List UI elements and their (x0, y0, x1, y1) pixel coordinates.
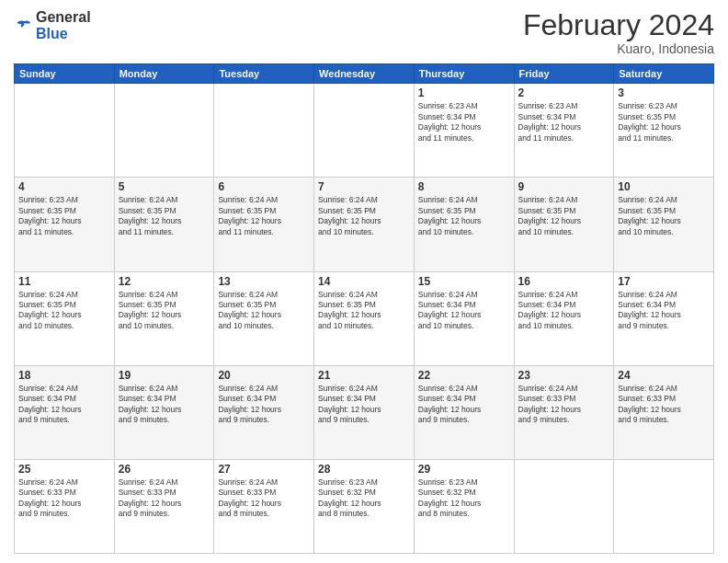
weekday-header-thursday: Thursday (414, 64, 514, 84)
header: General Blue February 2024 Kuaro, Indone… (14, 9, 714, 56)
calendar-cell: 6Sunrise: 6:24 AM Sunset: 6:35 PM Daylig… (214, 178, 314, 271)
day-number: 29 (418, 463, 510, 476)
day-info: Sunrise: 6:24 AM Sunset: 6:34 PM Dayligh… (418, 384, 510, 426)
day-number: 22 (418, 369, 510, 382)
calendar-cell: 17Sunrise: 6:24 AM Sunset: 6:34 PM Dayli… (614, 271, 714, 365)
calendar-cell: 4Sunrise: 6:23 AM Sunset: 6:35 PM Daylig… (15, 178, 115, 271)
day-info: Sunrise: 6:24 AM Sunset: 6:35 PM Dayligh… (18, 290, 110, 332)
calendar-cell (514, 459, 614, 553)
calendar-header-row: SundayMondayTuesdayWednesdayThursdayFrid… (15, 64, 714, 84)
day-number: 25 (18, 463, 110, 476)
calendar-week-1: 1Sunrise: 6:23 AM Sunset: 6:34 PM Daylig… (15, 84, 714, 178)
calendar-cell: 22Sunrise: 6:24 AM Sunset: 6:34 PM Dayli… (414, 365, 514, 459)
calendar-cell (15, 84, 115, 178)
calendar-week-3: 11Sunrise: 6:24 AM Sunset: 6:35 PM Dayli… (15, 271, 714, 365)
weekday-header-friday: Friday (514, 64, 614, 84)
day-number: 8 (418, 180, 510, 193)
calendar-cell: 7Sunrise: 6:24 AM Sunset: 6:35 PM Daylig… (314, 178, 415, 271)
calendar-cell: 18Sunrise: 6:24 AM Sunset: 6:34 PM Dayli… (15, 365, 115, 459)
day-number: 2 (518, 86, 610, 99)
day-number: 24 (618, 369, 710, 382)
calendar-cell: 5Sunrise: 6:24 AM Sunset: 6:35 PM Daylig… (114, 178, 214, 271)
calendar-cell: 19Sunrise: 6:24 AM Sunset: 6:34 PM Dayli… (114, 365, 214, 459)
subtitle: Kuaro, Indonesia (523, 41, 714, 56)
title-block: February 2024 Kuaro, Indonesia (523, 9, 714, 56)
calendar-cell: 26Sunrise: 6:24 AM Sunset: 6:33 PM Dayli… (114, 459, 214, 553)
logo-blue: Blue (36, 26, 91, 42)
calendar-cell: 11Sunrise: 6:24 AM Sunset: 6:35 PM Dayli… (15, 271, 115, 365)
day-info: Sunrise: 6:23 AM Sunset: 6:34 PM Dayligh… (518, 101, 610, 144)
day-info: Sunrise: 6:23 AM Sunset: 6:34 PM Dayligh… (418, 101, 510, 144)
day-info: Sunrise: 6:24 AM Sunset: 6:35 PM Dayligh… (318, 195, 410, 237)
day-info: Sunrise: 6:24 AM Sunset: 6:34 PM Dayligh… (418, 290, 510, 332)
day-number: 26 (119, 463, 210, 476)
main-title: February 2024 (523, 9, 714, 41)
calendar-cell: 27Sunrise: 6:24 AM Sunset: 6:33 PM Dayli… (214, 459, 314, 553)
day-number: 4 (18, 180, 110, 193)
day-number: 7 (318, 180, 410, 193)
calendar-cell: 16Sunrise: 6:24 AM Sunset: 6:34 PM Dayli… (514, 271, 614, 365)
day-info: Sunrise: 6:23 AM Sunset: 6:35 PM Dayligh… (618, 101, 710, 144)
calendar-cell: 23Sunrise: 6:24 AM Sunset: 6:33 PM Dayli… (514, 365, 614, 459)
day-info: Sunrise: 6:24 AM Sunset: 6:33 PM Dayligh… (18, 477, 110, 520)
day-info: Sunrise: 6:23 AM Sunset: 6:32 PM Dayligh… (318, 477, 410, 520)
logo-bird-icon (14, 17, 32, 35)
calendar-cell: 3Sunrise: 6:23 AM Sunset: 6:35 PM Daylig… (614, 84, 714, 178)
calendar-cell: 15Sunrise: 6:24 AM Sunset: 6:34 PM Dayli… (414, 271, 514, 365)
day-info: Sunrise: 6:24 AM Sunset: 6:35 PM Dayligh… (119, 290, 210, 332)
day-number: 15 (418, 275, 510, 288)
calendar-cell: 24Sunrise: 6:24 AM Sunset: 6:33 PM Dayli… (614, 365, 714, 459)
day-number: 12 (119, 275, 210, 288)
calendar-cell (114, 84, 214, 178)
weekday-header-tuesday: Tuesday (214, 64, 314, 84)
day-info: Sunrise: 6:24 AM Sunset: 6:35 PM Dayligh… (218, 195, 310, 237)
day-info: Sunrise: 6:24 AM Sunset: 6:34 PM Dayligh… (218, 384, 310, 426)
calendar-cell: 12Sunrise: 6:24 AM Sunset: 6:35 PM Dayli… (114, 271, 214, 365)
day-number: 6 (218, 180, 310, 193)
day-info: Sunrise: 6:24 AM Sunset: 6:34 PM Dayligh… (18, 384, 110, 426)
day-number: 19 (119, 369, 210, 382)
logo-general: General (36, 9, 91, 26)
calendar-cell: 28Sunrise: 6:23 AM Sunset: 6:32 PM Dayli… (314, 459, 415, 553)
weekday-header-saturday: Saturday (614, 64, 714, 84)
day-info: Sunrise: 6:23 AM Sunset: 6:32 PM Dayligh… (418, 477, 510, 520)
day-info: Sunrise: 6:24 AM Sunset: 6:35 PM Dayligh… (119, 195, 210, 237)
day-number: 10 (618, 180, 710, 193)
weekday-header-sunday: Sunday (15, 64, 115, 84)
day-number: 13 (218, 275, 310, 288)
day-number: 20 (218, 369, 310, 382)
calendar-cell: 20Sunrise: 6:24 AM Sunset: 6:34 PM Dayli… (214, 365, 314, 459)
day-info: Sunrise: 6:24 AM Sunset: 6:33 PM Dayligh… (218, 477, 310, 520)
day-number: 23 (518, 369, 610, 382)
day-number: 1 (418, 86, 510, 99)
day-number: 3 (618, 86, 710, 99)
logo: General Blue (14, 9, 91, 41)
day-info: Sunrise: 6:24 AM Sunset: 6:33 PM Dayligh… (119, 477, 210, 520)
day-number: 28 (318, 463, 410, 476)
calendar-cell: 8Sunrise: 6:24 AM Sunset: 6:35 PM Daylig… (414, 178, 514, 271)
day-info: Sunrise: 6:24 AM Sunset: 6:33 PM Dayligh… (618, 384, 710, 426)
day-info: Sunrise: 6:24 AM Sunset: 6:34 PM Dayligh… (518, 290, 610, 332)
logo-text: General Blue (36, 9, 91, 41)
day-number: 5 (119, 180, 210, 193)
calendar-week-4: 18Sunrise: 6:24 AM Sunset: 6:34 PM Dayli… (15, 365, 714, 459)
calendar-week-5: 25Sunrise: 6:24 AM Sunset: 6:33 PM Dayli… (15, 459, 714, 553)
calendar-cell (314, 84, 415, 178)
day-info: Sunrise: 6:24 AM Sunset: 6:35 PM Dayligh… (518, 195, 610, 237)
calendar-cell: 14Sunrise: 6:24 AM Sunset: 6:35 PM Dayli… (314, 271, 415, 365)
calendar-cell: 25Sunrise: 6:24 AM Sunset: 6:33 PM Dayli… (15, 459, 115, 553)
calendar-cell (614, 459, 714, 553)
day-number: 18 (18, 369, 110, 382)
calendar-week-2: 4Sunrise: 6:23 AM Sunset: 6:35 PM Daylig… (15, 178, 714, 271)
day-info: Sunrise: 6:24 AM Sunset: 6:34 PM Dayligh… (318, 384, 410, 426)
day-number: 27 (218, 463, 310, 476)
day-number: 17 (618, 275, 710, 288)
calendar-cell: 29Sunrise: 6:23 AM Sunset: 6:32 PM Dayli… (414, 459, 514, 553)
day-info: Sunrise: 6:24 AM Sunset: 6:34 PM Dayligh… (618, 290, 710, 332)
day-number: 14 (318, 275, 410, 288)
calendar-cell (214, 84, 314, 178)
day-number: 16 (518, 275, 610, 288)
calendar-cell: 13Sunrise: 6:24 AM Sunset: 6:35 PM Dayli… (214, 271, 314, 365)
calendar-table: SundayMondayTuesdayWednesdayThursdayFrid… (14, 63, 714, 554)
page: General Blue February 2024 Kuaro, Indone… (0, 0, 728, 563)
